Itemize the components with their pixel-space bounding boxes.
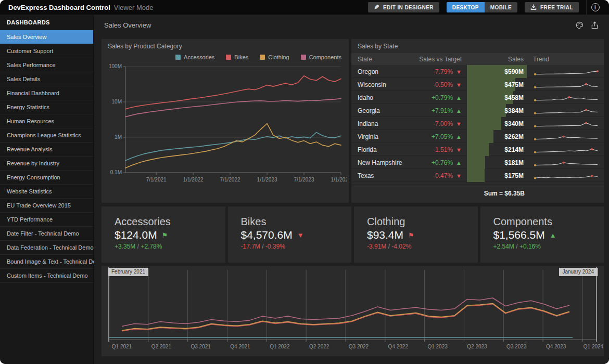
- sidebar-item-champions-league-statistics[interactable]: Champions League Statistics: [0, 128, 93, 142]
- arrow-down-icon: ▼: [456, 82, 462, 88]
- sales-by-product-category-panel: Sales by Product Category AccessoriesBik…: [102, 39, 349, 203]
- sidebar-item-financial-dashboard[interactable]: Financial Dashboard: [0, 86, 93, 100]
- table-row-oregon[interactable]: Oregon-7.79%▼$590M: [351, 65, 604, 78]
- arrow-down-icon: ▼: [456, 121, 462, 127]
- sales-value: $458M: [504, 91, 524, 104]
- kpi-value: $93.4M: [367, 229, 403, 241]
- sidebar-item-sales-overview[interactable]: Sales Overview: [0, 30, 93, 44]
- sales-value: $384M: [504, 104, 524, 117]
- kpi-delta: -3.91M / -4.02%: [367, 243, 478, 250]
- state-name: Georgia: [351, 107, 414, 114]
- col-sales-vs-target[interactable]: Sales vs Target: [419, 56, 462, 63]
- target-delta: -1.51%: [433, 146, 453, 153]
- kpi-value: $1,566.5M: [493, 229, 545, 241]
- svg-text:1/1/2024: 1/1/2024: [331, 177, 347, 183]
- table-row-indiana[interactable]: Indiana-7.00%▼$340M: [351, 117, 604, 130]
- svg-text:Q1 2024: Q1 2024: [583, 344, 604, 349]
- range-end-label[interactable]: January 2024: [559, 268, 597, 276]
- table-row-wisconsin[interactable]: Wisconsin-0.50%▼$475M: [351, 78, 604, 91]
- sidebar-item-customer-support[interactable]: Customer Support: [0, 44, 93, 58]
- table-row-idaho[interactable]: Idaho+0.79%▲$458M: [351, 91, 604, 104]
- desktop-toggle-button[interactable]: DESKTOP: [447, 2, 485, 12]
- table-row-new-hampshire[interactable]: New Hampshire+0.76%▲$181M: [351, 156, 604, 169]
- svg-text:7/1/2022: 7/1/2022: [220, 177, 240, 183]
- kpi-card-components[interactable]: Components$1,566.5M▲+2.54M / +0.16%: [480, 206, 604, 263]
- sidebar-item-energy-consumption[interactable]: Energy Consumption: [0, 171, 93, 185]
- trend-cell: [527, 132, 604, 142]
- topbar: DevExpress Dashboard Control Viewer Mode…: [0, 0, 609, 15]
- kpi-card-bikes[interactable]: Bikes$4,570.6M▼-17.7M / -0.39%: [228, 206, 352, 263]
- kpi-card-clothing[interactable]: Clothing$93.4M⚑-3.91M / -4.02%: [354, 206, 478, 263]
- table-row-florida[interactable]: Florida-1.51%▼$214M: [351, 143, 604, 156]
- sidebar-item-human-resources[interactable]: Human Resources: [0, 114, 93, 128]
- trend-cell: [527, 158, 604, 168]
- category-line-chart[interactable]: 100M10M1M0.1M7/1/20211/1/20227/1/20221/1…: [102, 60, 347, 198]
- range-selector-chart[interactable]: Q1 2021Q2 2021Q3 2021Q4 2021Q1 2022Q2 20…: [102, 267, 604, 355]
- sidebar-item-date-filter-technical-demo[interactable]: Date Filter - Technical Demo: [0, 227, 93, 241]
- kpi-delta: -17.7M / -0.39%: [241, 243, 352, 250]
- export-icon: [591, 21, 599, 29]
- trend-sparkline: [533, 80, 601, 90]
- arrow-up-icon: ▲: [456, 95, 462, 101]
- col-state[interactable]: State: [358, 56, 372, 63]
- state-name: Texas: [351, 172, 414, 179]
- topbar-actions: ✎ EDIT IN DESIGNER DESKTOP MOBILE FREE T…: [368, 0, 604, 15]
- col-trend[interactable]: Trend: [527, 56, 604, 63]
- legend-item-clothing[interactable]: Clothing: [260, 54, 289, 60]
- legend-label: Components: [309, 54, 341, 60]
- download-icon: [530, 4, 537, 10]
- kpi-delta: +3.35M / +2.78%: [115, 243, 225, 250]
- sidebar-item-sales-performance[interactable]: Sales Performance: [0, 58, 93, 72]
- legend-item-accessories[interactable]: Accessories: [175, 54, 214, 60]
- arrow-down-icon: ▼: [297, 231, 304, 239]
- color-scheme-button[interactable]: [576, 21, 583, 29]
- info-button[interactable]: i: [586, 0, 604, 15]
- table-row-georgia[interactable]: Georgia+7.91%▲$384M: [351, 104, 604, 117]
- sidebar-item-revenue-by-industry[interactable]: Revenue by Industry: [0, 157, 93, 171]
- category-chart-legend: AccessoriesBikesClothingComponents: [102, 52, 349, 60]
- svg-text:Q4 2021: Q4 2021: [230, 344, 250, 349]
- flag-icon: ⚑: [162, 231, 168, 239]
- mobile-toggle-button[interactable]: MOBILE: [485, 2, 517, 12]
- col-sales[interactable]: Sales: [467, 56, 527, 63]
- arrow-up-icon: ▲: [550, 231, 556, 239]
- kpi-title: Clothing: [367, 216, 478, 228]
- range-start-label[interactable]: February 2021: [108, 268, 148, 276]
- free-trial-button[interactable]: FREE TRIAL: [525, 2, 579, 12]
- svg-text:1M: 1M: [115, 134, 122, 140]
- state-name: Wisconsin: [351, 81, 414, 88]
- state-name: Indiana: [351, 120, 414, 127]
- sidebar-item-custom-items-technical-demo[interactable]: Custom Items - Technical Demo: [0, 269, 93, 283]
- legend-label: Accessories: [184, 54, 214, 60]
- svg-text:0.1M: 0.1M: [110, 170, 122, 175]
- sidebar-item-data-federation-technical-demo[interactable]: Data Federation - Technical Demo: [0, 241, 93, 255]
- legend-item-bikes[interactable]: Bikes: [226, 54, 248, 60]
- sidebar-item-sales-details[interactable]: Sales Details: [0, 72, 93, 86]
- legend-item-components[interactable]: Components: [301, 54, 341, 60]
- table-row-texas[interactable]: Texas-0.47%▼$175M: [351, 169, 604, 182]
- trend-sparkline: [533, 93, 601, 103]
- sidebar-item-eu-trade-overview-2015[interactable]: EU Trade Overview 2015: [0, 199, 93, 213]
- kpi-value: $4,570.6M: [241, 229, 293, 241]
- table-row-virginia[interactable]: Virginia+7.05%▲$262M: [351, 130, 604, 143]
- trend-sparkline: [533, 67, 601, 77]
- kpi-card-accessories[interactable]: Accessories$124.0M⚑+3.35M / +2.78%: [102, 206, 225, 263]
- kpi-value: $124.0M: [115, 229, 157, 241]
- sales-value: $590M: [504, 65, 524, 78]
- arrow-up-icon: ▲: [456, 134, 462, 140]
- sidebar-item-revenue-analysis[interactable]: Revenue Analysis: [0, 142, 93, 157]
- legend-label: Bikes: [234, 54, 248, 60]
- viewer-mode-label: Viewer Mode: [114, 4, 154, 11]
- category-chart-title: Sales by Product Category: [102, 39, 349, 52]
- sidebar-item-ytd-performance[interactable]: YTD Performance: [0, 213, 93, 227]
- svg-text:1/1/2023: 1/1/2023: [257, 177, 277, 183]
- sidebar-item-bound-image-text-technical-demo[interactable]: Bound Image & Text - Technical Demo: [0, 255, 93, 269]
- edit-in-designer-button[interactable]: ✎ EDIT IN DESIGNER: [368, 2, 439, 12]
- sidebar-item-energy-statistics[interactable]: Energy Statistics: [0, 100, 93, 114]
- app-title: DevExpress Dashboard Control: [8, 4, 110, 11]
- trend-cell: [527, 171, 604, 181]
- export-button[interactable]: [591, 21, 599, 29]
- free-trial-label: FREE TRIAL: [540, 5, 573, 10]
- info-icon: i: [591, 3, 600, 11]
- sidebar-item-website-statistics[interactable]: Website Statistics: [0, 185, 93, 199]
